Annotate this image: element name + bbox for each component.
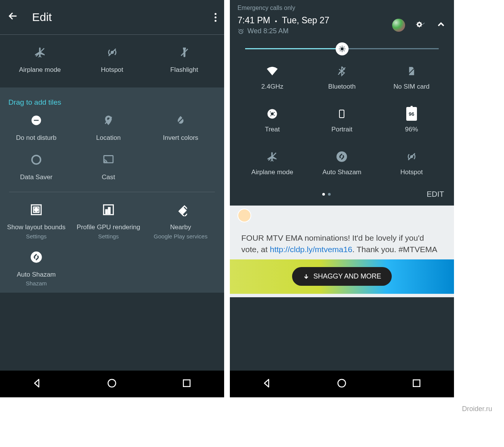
qs-tiles: 2.4GHz Bluetooth No SIM card Treat Portr… (230, 62, 454, 180)
pill-button[interactable]: SHAGGY AND MORE (292, 267, 392, 286)
tile-wifi[interactable]: 2.4GHz (237, 65, 307, 91)
tile-hotspot[interactable]: Hotspot (80, 45, 145, 74)
status-text: Emergency calls only (230, 0, 454, 11)
tile-airplane-qs[interactable]: Airplane mode (237, 150, 307, 176)
location-icon (102, 113, 115, 127)
nav-home-icon[interactable] (106, 377, 118, 390)
bluetooth-icon (336, 65, 347, 78)
time-text: 7:41 PM (237, 15, 270, 25)
tile-battery[interactable]: 96 96% (377, 107, 446, 133)
current-tiles-row: Airplane mode Hotspot Flashlight (0, 35, 224, 87)
tile-label: Data Saver (20, 173, 52, 181)
svg-rect-40 (339, 110, 344, 118)
tile-cast[interactable]: Cast (76, 153, 141, 181)
tile-sim[interactable]: No SIM card (377, 65, 446, 91)
settings-wrench-icon[interactable] (415, 19, 426, 31)
available-tiles: Do not disturb Location Invert colors Da… (0, 107, 224, 187)
battery-icon: 96 (406, 107, 417, 120)
nav-back-icon[interactable] (262, 377, 273, 390)
svg-point-37 (274, 112, 275, 113)
svg-line-30 (340, 50, 341, 51)
tile-label: 2.4GHz (261, 83, 283, 91)
tile-label: Cast (102, 173, 115, 181)
svg-point-38 (270, 115, 271, 117)
svg-rect-20 (183, 380, 190, 387)
svg-line-29 (344, 50, 344, 51)
tile-label: Bluetooth (328, 83, 356, 91)
tile-layout-bounds[interactable]: Show layout bounds Settings (4, 203, 69, 239)
tile-label: Do not disturb (16, 134, 57, 142)
behind-content: FOUR MTV EMA nominations! It'd be lovely… (230, 206, 454, 297)
tile-nearby[interactable]: Nearby Google Play services (148, 203, 213, 239)
edit-header: Edit (0, 0, 224, 34)
alarm-row[interactable]: Wed 8:25 AM (237, 27, 330, 35)
brightness-thumb-icon[interactable] (336, 42, 349, 55)
tweet-link[interactable]: http://cldp.ly/mtvema16 (270, 245, 352, 254)
tile-invert[interactable]: Invert colors (148, 113, 213, 142)
brightness-slider[interactable] (230, 39, 454, 62)
tile-sublabel: Shazam (26, 280, 47, 287)
svg-point-39 (274, 115, 275, 116)
cast-icon (102, 153, 115, 167)
tile-hotspot-qs[interactable]: Hotspot (377, 150, 446, 176)
svg-rect-46 (413, 380, 420, 387)
portrait-icon (337, 107, 346, 120)
svg-rect-15 (108, 208, 110, 214)
airplane-icon (267, 150, 278, 163)
edit-button[interactable]: EDIT (426, 190, 444, 199)
svg-point-35 (271, 112, 274, 115)
nav-back-icon[interactable] (32, 377, 43, 390)
svg-point-23 (340, 47, 343, 50)
tweet-avatar (237, 209, 251, 222)
tile-label: Auto Shazam (17, 271, 56, 279)
svg-line-31 (344, 47, 344, 47)
tile-datasaver[interactable]: Data Saver (4, 153, 69, 181)
tile-label: Portrait (331, 126, 352, 133)
tile-label: Show layout bounds (7, 223, 65, 231)
tile-label: Invert colors (163, 134, 199, 142)
tile-treat[interactable]: Treat (237, 107, 307, 133)
tweet-text: FOUR MTV EMA nominations! It'd be lovely… (230, 225, 454, 259)
wifi-icon (266, 65, 279, 78)
nav-bar (0, 371, 224, 397)
overflow-icon[interactable] (215, 13, 216, 22)
tile-label: Nearby (170, 223, 191, 231)
svg-point-12 (35, 208, 38, 212)
layout-bounds-icon (29, 203, 43, 217)
back-icon[interactable] (8, 11, 23, 24)
tile-auto-shazam-qs[interactable]: Auto Shazam (307, 150, 376, 176)
tile-label: Location (96, 134, 121, 142)
tile-flashlight[interactable]: Flashlight (152, 45, 217, 74)
user-avatar[interactable] (392, 19, 405, 32)
svg-point-42 (337, 151, 347, 162)
nav-bar (230, 371, 454, 397)
tile-gpu-profile[interactable]: Profile GPU rendering Settings (76, 203, 141, 239)
flashlight-icon (178, 45, 191, 59)
svg-point-8 (32, 155, 41, 164)
airplane-icon (33, 45, 47, 59)
dnd-icon (29, 113, 43, 127)
tile-bluetooth[interactable]: Bluetooth (307, 65, 376, 91)
tile-label: 96% (405, 126, 418, 133)
phone-quick-settings: Emergency calls only 7:41 PM • Tue, Sep … (230, 0, 454, 397)
page-title: Edit (32, 11, 52, 24)
pager-dots[interactable] (322, 193, 331, 196)
tile-label: Treat (265, 126, 280, 133)
tile-dnd[interactable]: Do not disturb (4, 113, 69, 142)
collapse-chevron-icon[interactable] (436, 19, 446, 31)
nav-recents-icon[interactable] (411, 377, 422, 390)
svg-line-28 (340, 47, 341, 47)
tile-portrait[interactable]: Portrait (307, 107, 376, 133)
nav-home-icon[interactable] (336, 377, 347, 390)
alarm-text: Wed 8:25 AM (247, 27, 289, 35)
tile-auto-shazam[interactable]: Auto Shazam Shazam (4, 250, 69, 287)
tile-airplane[interactable]: Airplane mode (8, 45, 73, 74)
nav-recents-icon[interactable] (181, 377, 192, 390)
svg-line-44 (408, 153, 415, 160)
svg-point-36 (270, 112, 271, 113)
svg-point-18 (31, 251, 42, 262)
svg-rect-5 (34, 120, 39, 121)
tile-location[interactable]: Location (76, 113, 141, 142)
drag-title: Drag to add tiles (0, 98, 224, 107)
tile-sublabel: Settings (26, 233, 47, 240)
